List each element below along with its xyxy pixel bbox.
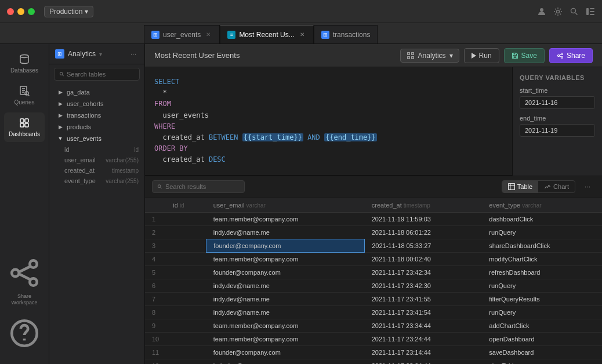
svg-point-1 (557, 10, 560, 13)
cell-user-email[interactable]: founder@company.com (206, 265, 365, 279)
tab-close-icon[interactable]: ✕ (204, 31, 212, 39)
tab-transactions[interactable]: ⊞ transactions (314, 25, 378, 43)
table-row[interactable]: 12indy.dev@name.me2021-11-17 23:04:44vie… (145, 359, 602, 364)
cell-id (166, 292, 206, 305)
more-options-icon[interactable]: ··· (128, 49, 139, 59)
table-row[interactable]: 11founder@company.com2021-11-17 23:14:44… (145, 345, 602, 359)
analytics-dropdown[interactable]: Analytics ▾ (400, 49, 459, 63)
tree-item-products[interactable]: ▶ products (49, 121, 144, 133)
cell-event-type: refreshDashboard (482, 265, 602, 279)
sidebar-toggle-icon[interactable] (586, 7, 595, 16)
cell-id (166, 252, 206, 265)
search-icon[interactable] (570, 7, 579, 16)
table-row[interactable]: 1team.member@company.com2021-11-19 11:59… (145, 212, 602, 225)
more-options-button[interactable]: ··· (580, 179, 595, 194)
cell-user-email[interactable]: team.member@company.com (206, 212, 365, 225)
results-area: Table Chart ··· id id user_email v (145, 176, 602, 365)
environment-selector[interactable]: Production ▾ (44, 6, 93, 17)
cell-user-email[interactable]: founder@company.com (206, 239, 365, 252)
tab-most-recent[interactable]: ≡ Most Recent Us... ✕ (220, 25, 313, 43)
tree-item-transactions[interactable]: ▶ transactions (49, 110, 144, 121)
table-row[interactable]: 2indy.dev@name.me2021-11-18 06:01:22runQ… (145, 225, 602, 239)
tree-item-user-cohorts[interactable]: ▶ user_cohorts (49, 98, 144, 110)
svg-rect-6 (590, 14, 594, 15)
cell-user-email[interactable]: indy.dev@name.me (206, 359, 365, 364)
chevron-right-icon: ▶ (57, 112, 63, 118)
search-doc-icon (19, 85, 30, 97)
cell-event-type: modifyChartClick (482, 252, 602, 265)
chevron-down-icon: ▾ (85, 8, 88, 16)
cell-created-at: 2021-11-19 11:59:03 (365, 212, 483, 225)
cell-user-email[interactable]: team.member@company.com (206, 332, 365, 345)
sidebar-item-share[interactable]: Share Workspace (4, 252, 45, 310)
sidebar: Databases Queries Dashboards Share Works… (0, 44, 49, 364)
cell-created-at: 2021-11-18 00:02:40 (365, 252, 483, 265)
table-row[interactable]: 10team.member@company.com2021-11-17 23:2… (145, 332, 602, 345)
chevron-right-icon: ▶ (57, 89, 63, 95)
tab-user-events[interactable]: ⊞ user_events ✕ (144, 25, 220, 43)
share-button[interactable]: Share (549, 48, 593, 63)
cell-event-type: runQuery (482, 279, 602, 292)
close-button[interactable] (7, 8, 14, 15)
sidebar-item-databases[interactable]: Databases (4, 49, 45, 78)
main-layout: Databases Queries Dashboards Share Works… (0, 44, 602, 364)
cell-event-type: shareDashboardClick (482, 239, 602, 252)
cell-user-email[interactable]: indy.dev@name.me (206, 292, 365, 305)
table-view-button[interactable]: Table (502, 181, 538, 192)
table-row[interactable]: 3founder@company.com2021-11-18 05:33:27s… (145, 239, 602, 252)
table-row[interactable]: 7indy.dev@name.me2021-11-17 23:41:55filt… (145, 292, 602, 305)
cell-id (166, 345, 206, 359)
search-results-input[interactable] (165, 183, 240, 190)
user-icon[interactable] (537, 7, 546, 16)
sidebar-item-dashboards[interactable]: Dashboards (4, 112, 45, 142)
cell-user-email[interactable]: indy.dev@name.me (206, 225, 365, 239)
cell-user-email[interactable]: indy.dev@name.me (206, 305, 365, 319)
cell-event-type: runQuery (482, 305, 602, 319)
table-row[interactable]: 5founder@company.com2021-11-17 23:42:34r… (145, 265, 602, 279)
table-row[interactable]: 8indy.dev@name.me2021-11-17 23:41:54runQ… (145, 305, 602, 319)
right-area: Most Recent User Events Analytics ▾ Run … (145, 44, 602, 364)
settings-icon[interactable] (553, 7, 563, 16)
cell-user-email[interactable]: team.member@company.com (206, 252, 365, 265)
row-number: 12 (145, 359, 166, 364)
qv-title: Query Variables (520, 74, 595, 81)
save-button[interactable]: Save (504, 48, 545, 63)
share-icon (6, 255, 42, 291)
minimize-button[interactable] (17, 8, 24, 15)
svg-point-25 (561, 53, 563, 54)
col-id[interactable]: id id (166, 198, 206, 213)
sidebar-item-queries[interactable]: Queries (4, 81, 45, 110)
col-row-num (145, 198, 166, 213)
code-editor[interactable]: SELECT * FROM user_events WHERE created_… (145, 67, 512, 176)
search-tables-input[interactable] (67, 71, 135, 78)
table-row[interactable]: 4team.member@company.com2021-11-18 00:02… (145, 252, 602, 265)
col-user-email[interactable]: user_email varchar (206, 198, 365, 213)
tree-item-user-events[interactable]: ▼ user_events (49, 133, 144, 144)
qv-start-input[interactable] (520, 96, 595, 109)
table-row[interactable]: 9team.member@company.com2021-11-17 23:34… (145, 319, 602, 332)
chart-view-button[interactable]: Chart (538, 181, 575, 192)
col-event-type[interactable]: event_type varchar (482, 198, 602, 213)
cell-user-email[interactable]: founder@company.com (206, 345, 365, 359)
tab-close-icon[interactable]: ✕ (298, 31, 306, 39)
field-type: varchar(255) (106, 178, 139, 184)
qv-end-input[interactable] (520, 124, 595, 137)
cell-created-at: 2021-11-18 05:33:27 (365, 239, 483, 252)
table-name: products (67, 123, 139, 130)
cell-user-email[interactable]: team.member@company.com (206, 319, 365, 332)
sidebar-item-help[interactable] (4, 312, 45, 355)
save-label: Save (521, 52, 537, 60)
cell-user-email[interactable]: indy.dev@name.me (206, 279, 365, 292)
table-name: transactions (67, 112, 139, 119)
svg-rect-10 (20, 119, 24, 122)
row-number: 11 (145, 345, 166, 359)
grid-icon (19, 117, 30, 129)
table-row[interactable]: 6indy.dev@name.me2021-11-17 23:42:30runQ… (145, 279, 602, 292)
col-created-at[interactable]: created_at timestamp (365, 198, 483, 213)
field-name: created_at (64, 167, 108, 174)
cell-id (166, 239, 206, 252)
tree-item-ga-data[interactable]: ▶ ga_data (49, 86, 144, 98)
run-button[interactable]: Run (464, 48, 499, 63)
maximize-button[interactable] (28, 8, 35, 15)
share-icon (557, 52, 564, 59)
